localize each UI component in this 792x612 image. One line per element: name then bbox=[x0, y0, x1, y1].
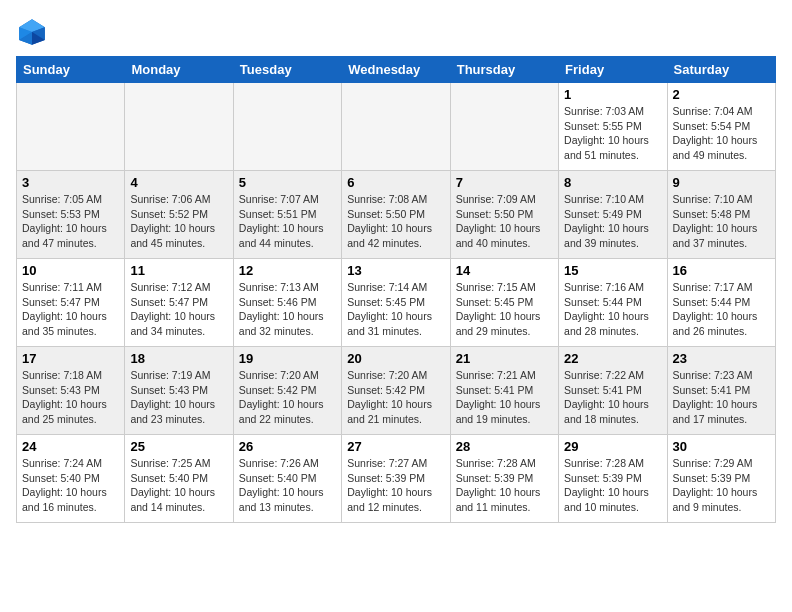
day-info: Sunrise: 7:19 AM Sunset: 5:43 PM Dayligh… bbox=[130, 368, 227, 427]
day-info: Sunrise: 7:17 AM Sunset: 5:44 PM Dayligh… bbox=[673, 280, 770, 339]
calendar-day-29: 29Sunrise: 7:28 AM Sunset: 5:39 PM Dayli… bbox=[559, 435, 667, 523]
calendar-day-11: 11Sunrise: 7:12 AM Sunset: 5:47 PM Dayli… bbox=[125, 259, 233, 347]
day-info: Sunrise: 7:21 AM Sunset: 5:41 PM Dayligh… bbox=[456, 368, 553, 427]
day-number: 16 bbox=[673, 263, 770, 278]
weekday-header-row: SundayMondayTuesdayWednesdayThursdayFrid… bbox=[17, 57, 776, 83]
day-number: 12 bbox=[239, 263, 336, 278]
day-number: 21 bbox=[456, 351, 553, 366]
calendar-day-8: 8Sunrise: 7:10 AM Sunset: 5:49 PM Daylig… bbox=[559, 171, 667, 259]
logo bbox=[16, 16, 52, 48]
day-info: Sunrise: 7:28 AM Sunset: 5:39 PM Dayligh… bbox=[456, 456, 553, 515]
day-info: Sunrise: 7:25 AM Sunset: 5:40 PM Dayligh… bbox=[130, 456, 227, 515]
day-number: 13 bbox=[347, 263, 444, 278]
calendar-day-19: 19Sunrise: 7:20 AM Sunset: 5:42 PM Dayli… bbox=[233, 347, 341, 435]
calendar-header: SundayMondayTuesdayWednesdayThursdayFrid… bbox=[17, 57, 776, 83]
weekday-header-wednesday: Wednesday bbox=[342, 57, 450, 83]
day-number: 4 bbox=[130, 175, 227, 190]
calendar-day-10: 10Sunrise: 7:11 AM Sunset: 5:47 PM Dayli… bbox=[17, 259, 125, 347]
day-info: Sunrise: 7:11 AM Sunset: 5:47 PM Dayligh… bbox=[22, 280, 119, 339]
day-number: 20 bbox=[347, 351, 444, 366]
calendar-day-27: 27Sunrise: 7:27 AM Sunset: 5:39 PM Dayli… bbox=[342, 435, 450, 523]
calendar-day-16: 16Sunrise: 7:17 AM Sunset: 5:44 PM Dayli… bbox=[667, 259, 775, 347]
calendar-week-row: 10Sunrise: 7:11 AM Sunset: 5:47 PM Dayli… bbox=[17, 259, 776, 347]
day-number: 9 bbox=[673, 175, 770, 190]
day-number: 24 bbox=[22, 439, 119, 454]
weekday-header-saturday: Saturday bbox=[667, 57, 775, 83]
day-number: 27 bbox=[347, 439, 444, 454]
day-number: 7 bbox=[456, 175, 553, 190]
weekday-header-monday: Monday bbox=[125, 57, 233, 83]
calendar-day-9: 9Sunrise: 7:10 AM Sunset: 5:48 PM Daylig… bbox=[667, 171, 775, 259]
calendar-day-12: 12Sunrise: 7:13 AM Sunset: 5:46 PM Dayli… bbox=[233, 259, 341, 347]
day-info: Sunrise: 7:10 AM Sunset: 5:48 PM Dayligh… bbox=[673, 192, 770, 251]
calendar-body: 1Sunrise: 7:03 AM Sunset: 5:55 PM Daylig… bbox=[17, 83, 776, 523]
day-info: Sunrise: 7:16 AM Sunset: 5:44 PM Dayligh… bbox=[564, 280, 661, 339]
day-number: 11 bbox=[130, 263, 227, 278]
day-info: Sunrise: 7:10 AM Sunset: 5:49 PM Dayligh… bbox=[564, 192, 661, 251]
day-number: 2 bbox=[673, 87, 770, 102]
calendar-day-2: 2Sunrise: 7:04 AM Sunset: 5:54 PM Daylig… bbox=[667, 83, 775, 171]
day-info: Sunrise: 7:07 AM Sunset: 5:51 PM Dayligh… bbox=[239, 192, 336, 251]
calendar-table: SundayMondayTuesdayWednesdayThursdayFrid… bbox=[16, 56, 776, 523]
day-number: 5 bbox=[239, 175, 336, 190]
calendar-day-25: 25Sunrise: 7:25 AM Sunset: 5:40 PM Dayli… bbox=[125, 435, 233, 523]
calendar-day-5: 5Sunrise: 7:07 AM Sunset: 5:51 PM Daylig… bbox=[233, 171, 341, 259]
calendar-day-1: 1Sunrise: 7:03 AM Sunset: 5:55 PM Daylig… bbox=[559, 83, 667, 171]
day-info: Sunrise: 7:14 AM Sunset: 5:45 PM Dayligh… bbox=[347, 280, 444, 339]
day-number: 25 bbox=[130, 439, 227, 454]
calendar-day-17: 17Sunrise: 7:18 AM Sunset: 5:43 PM Dayli… bbox=[17, 347, 125, 435]
day-info: Sunrise: 7:06 AM Sunset: 5:52 PM Dayligh… bbox=[130, 192, 227, 251]
calendar-week-row: 3Sunrise: 7:05 AM Sunset: 5:53 PM Daylig… bbox=[17, 171, 776, 259]
calendar-day-3: 3Sunrise: 7:05 AM Sunset: 5:53 PM Daylig… bbox=[17, 171, 125, 259]
calendar-week-row: 17Sunrise: 7:18 AM Sunset: 5:43 PM Dayli… bbox=[17, 347, 776, 435]
calendar-day-20: 20Sunrise: 7:20 AM Sunset: 5:42 PM Dayli… bbox=[342, 347, 450, 435]
day-info: Sunrise: 7:05 AM Sunset: 5:53 PM Dayligh… bbox=[22, 192, 119, 251]
day-number: 23 bbox=[673, 351, 770, 366]
calendar-day-21: 21Sunrise: 7:21 AM Sunset: 5:41 PM Dayli… bbox=[450, 347, 558, 435]
header bbox=[16, 16, 776, 48]
day-info: Sunrise: 7:22 AM Sunset: 5:41 PM Dayligh… bbox=[564, 368, 661, 427]
day-info: Sunrise: 7:20 AM Sunset: 5:42 PM Dayligh… bbox=[239, 368, 336, 427]
day-info: Sunrise: 7:12 AM Sunset: 5:47 PM Dayligh… bbox=[130, 280, 227, 339]
day-number: 26 bbox=[239, 439, 336, 454]
day-info: Sunrise: 7:18 AM Sunset: 5:43 PM Dayligh… bbox=[22, 368, 119, 427]
calendar-day-15: 15Sunrise: 7:16 AM Sunset: 5:44 PM Dayli… bbox=[559, 259, 667, 347]
calendar-day-23: 23Sunrise: 7:23 AM Sunset: 5:41 PM Dayli… bbox=[667, 347, 775, 435]
day-info: Sunrise: 7:24 AM Sunset: 5:40 PM Dayligh… bbox=[22, 456, 119, 515]
page-container: SundayMondayTuesdayWednesdayThursdayFrid… bbox=[16, 16, 776, 523]
day-info: Sunrise: 7:29 AM Sunset: 5:39 PM Dayligh… bbox=[673, 456, 770, 515]
day-number: 6 bbox=[347, 175, 444, 190]
calendar-day-7: 7Sunrise: 7:09 AM Sunset: 5:50 PM Daylig… bbox=[450, 171, 558, 259]
calendar-day-22: 22Sunrise: 7:22 AM Sunset: 5:41 PM Dayli… bbox=[559, 347, 667, 435]
day-info: Sunrise: 7:08 AM Sunset: 5:50 PM Dayligh… bbox=[347, 192, 444, 251]
calendar-day-empty bbox=[342, 83, 450, 171]
logo-icon bbox=[16, 16, 48, 48]
calendar-day-30: 30Sunrise: 7:29 AM Sunset: 5:39 PM Dayli… bbox=[667, 435, 775, 523]
weekday-header-sunday: Sunday bbox=[17, 57, 125, 83]
day-number: 18 bbox=[130, 351, 227, 366]
weekday-header-tuesday: Tuesday bbox=[233, 57, 341, 83]
day-info: Sunrise: 7:28 AM Sunset: 5:39 PM Dayligh… bbox=[564, 456, 661, 515]
day-info: Sunrise: 7:15 AM Sunset: 5:45 PM Dayligh… bbox=[456, 280, 553, 339]
day-info: Sunrise: 7:09 AM Sunset: 5:50 PM Dayligh… bbox=[456, 192, 553, 251]
calendar-day-6: 6Sunrise: 7:08 AM Sunset: 5:50 PM Daylig… bbox=[342, 171, 450, 259]
day-info: Sunrise: 7:04 AM Sunset: 5:54 PM Dayligh… bbox=[673, 104, 770, 163]
calendar-day-13: 13Sunrise: 7:14 AM Sunset: 5:45 PM Dayli… bbox=[342, 259, 450, 347]
calendar-day-empty bbox=[125, 83, 233, 171]
weekday-header-friday: Friday bbox=[559, 57, 667, 83]
calendar-day-28: 28Sunrise: 7:28 AM Sunset: 5:39 PM Dayli… bbox=[450, 435, 558, 523]
day-number: 14 bbox=[456, 263, 553, 278]
day-info: Sunrise: 7:20 AM Sunset: 5:42 PM Dayligh… bbox=[347, 368, 444, 427]
day-number: 29 bbox=[564, 439, 661, 454]
day-info: Sunrise: 7:26 AM Sunset: 5:40 PM Dayligh… bbox=[239, 456, 336, 515]
day-number: 19 bbox=[239, 351, 336, 366]
calendar-day-26: 26Sunrise: 7:26 AM Sunset: 5:40 PM Dayli… bbox=[233, 435, 341, 523]
calendar-day-empty bbox=[233, 83, 341, 171]
day-info: Sunrise: 7:03 AM Sunset: 5:55 PM Dayligh… bbox=[564, 104, 661, 163]
calendar-day-empty bbox=[17, 83, 125, 171]
calendar-day-4: 4Sunrise: 7:06 AM Sunset: 5:52 PM Daylig… bbox=[125, 171, 233, 259]
day-info: Sunrise: 7:27 AM Sunset: 5:39 PM Dayligh… bbox=[347, 456, 444, 515]
day-number: 3 bbox=[22, 175, 119, 190]
calendar-week-row: 24Sunrise: 7:24 AM Sunset: 5:40 PM Dayli… bbox=[17, 435, 776, 523]
day-number: 17 bbox=[22, 351, 119, 366]
